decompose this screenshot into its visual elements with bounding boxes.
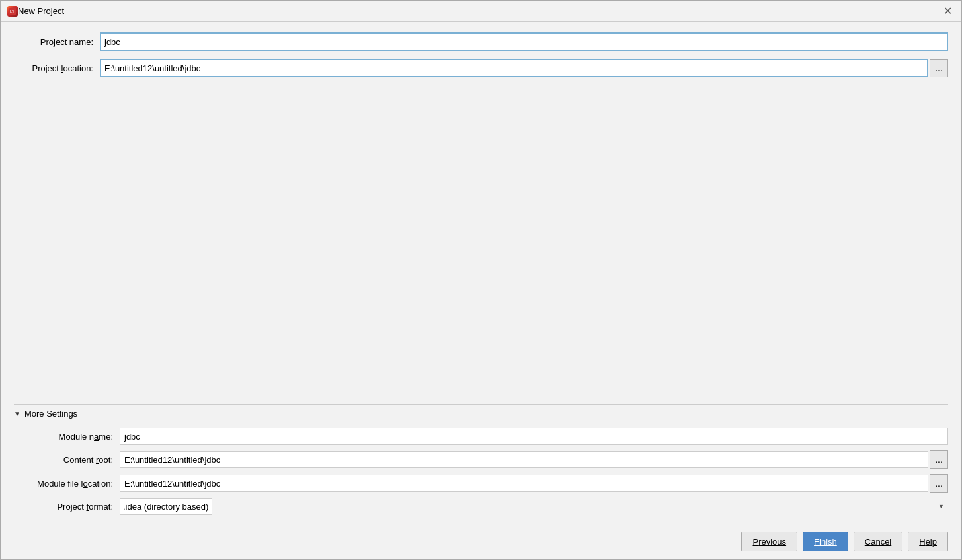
module-file-location-browse-button[interactable]: ... — [930, 474, 948, 493]
project-location-row: Project location: ... — [14, 59, 948, 77]
close-button[interactable]: ✕ — [941, 5, 955, 17]
previous-underline: P — [752, 537, 758, 547]
finish-button[interactable]: Finish — [803, 532, 848, 551]
module-name-label: Module name: — [14, 432, 120, 442]
module-file-location-label: Module file location: — [14, 479, 120, 489]
app-icon: IJ — [7, 6, 18, 17]
svg-text:IJ: IJ — [10, 9, 14, 14]
content-root-row: Content root: ... — [14, 450, 948, 469]
content-root-input[interactable] — [120, 451, 928, 468]
content-root-label: Content root: — [14, 455, 120, 465]
new-project-dialog: IJ New Project ✕ Project name: Project l… — [0, 0, 962, 560]
module-file-location-row: Module file location: ... — [14, 474, 948, 493]
help-underline: H — [919, 537, 925, 547]
title-bar: IJ New Project ✕ — [1, 1, 961, 22]
content-root-browse-button[interactable]: ... — [930, 450, 948, 469]
project-name-input[interactable] — [100, 32, 948, 51]
previous-rest: revious — [758, 537, 786, 547]
cancel-button[interactable]: Cancel — [854, 532, 902, 551]
project-format-select[interactable]: .idea (directory based) .ipr (file based… — [120, 498, 212, 515]
project-location-label: Project location: — [14, 63, 100, 73]
module-name-row: Module name: — [14, 428, 948, 445]
project-format-select-wrapper: .idea (directory based) .ipr (file based… — [120, 498, 948, 515]
dialog-footer: Previous Finish Cancel Help — [1, 526, 961, 559]
module-name-input[interactable] — [120, 428, 948, 445]
cancel-underline: C — [865, 537, 871, 547]
more-settings-fields: Module name: Content root: ... Module fi… — [14, 428, 948, 526]
more-settings-arrow: ▼ — [14, 410, 20, 417]
dialog-content: Project name: Project location: ... ▼ Mo… — [1, 22, 961, 526]
help-button[interactable]: Help — [908, 532, 948, 551]
dialog-title: New Project — [18, 6, 941, 16]
project-location-browse-button[interactable]: ... — [930, 59, 948, 77]
project-location-input[interactable] — [100, 59, 928, 77]
module-file-location-input[interactable] — [120, 475, 928, 492]
project-name-label: Project name: — [14, 37, 100, 47]
previous-button[interactable]: Previous — [741, 532, 797, 551]
cancel-rest: ancel — [871, 537, 891, 547]
spacer — [14, 85, 948, 404]
more-settings-header[interactable]: ▼ More Settings — [14, 404, 948, 422]
project-name-row: Project name: — [14, 32, 948, 51]
help-rest: elp — [926, 537, 937, 547]
project-format-label: Project format: — [14, 502, 120, 512]
finish-underline: F — [814, 537, 819, 547]
more-settings-section: ▼ More Settings Module name: Content roo… — [14, 404, 948, 526]
finish-rest: inish — [819, 537, 837, 547]
more-settings-label: More Settings — [24, 409, 77, 419]
project-format-row: Project format: .idea (directory based) … — [14, 498, 948, 515]
